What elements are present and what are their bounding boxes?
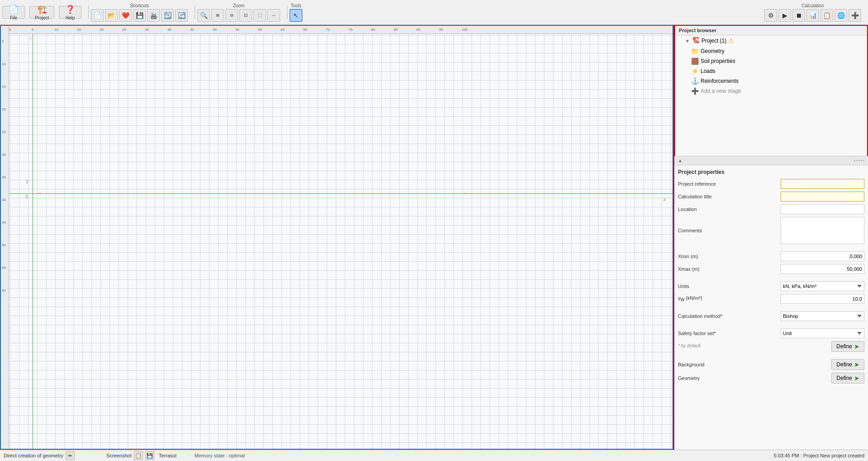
zoom-fit-button[interactable]: ⊡ [239, 9, 252, 22]
xmax-input[interactable] [781, 264, 864, 274]
redo-button[interactable]: ↪️ [175, 9, 188, 22]
calculation-method-select[interactable]: Bishop Fellenius Spencer [781, 311, 864, 321]
zoom-select-button[interactable]: ⬚ [253, 9, 266, 22]
calc-report-button[interactable]: 📋 [820, 9, 833, 22]
project-button[interactable]: 🏗️ Project [29, 6, 54, 19]
warning-icon: ⚠ [728, 37, 734, 44]
x-label: x [663, 197, 666, 202]
project-browser: Project browser ▼ 🏗 Project (1) ⚠ 📁 Geom… [674, 25, 868, 156]
cursor-tool-button[interactable]: ↖ [290, 9, 302, 22]
calculation-title-row: Calculation title [678, 192, 864, 202]
by-default-row: * by default Define ➤ [678, 341, 864, 352]
safety-factor-select[interactable]: Unit EC7 [781, 328, 864, 338]
calculation-title-label: Calculation title [678, 194, 781, 199]
define-geometry-button[interactable]: Define ➤ [831, 373, 864, 384]
project-reference-input[interactable] [781, 179, 864, 189]
screenshot-label: Screenshot [106, 453, 132, 458]
y-label: y [26, 179, 29, 184]
project-group: 🏗️ Project [29, 6, 54, 19]
define-background-arrow: ➤ [854, 361, 859, 368]
gamma-w-label: γw (kN/m³) [678, 295, 781, 303]
help-group: ❓ Help [59, 6, 81, 19]
separator-3 [287, 5, 287, 19]
print-button[interactable]: 🖨️ [147, 9, 160, 22]
add-stage-item[interactable]: ➕ Add a new stage [675, 86, 867, 96]
xmax-label: Xmax (m) [678, 266, 781, 272]
calc-settings-button[interactable]: ⚙ [764, 9, 777, 22]
calculation-title-input[interactable] [781, 192, 864, 202]
zoom-out-button[interactable]: ⊖ [225, 9, 238, 22]
right-panel: Project browser ▼ 🏗 Project (1) ⚠ 📁 Geom… [673, 25, 868, 450]
gamma-w-input[interactable] [781, 294, 864, 304]
favorite-button[interactable]: ❤️ [119, 9, 132, 22]
xmax-row: Xmax (m) [678, 264, 864, 274]
tools-icons: ↖ [290, 9, 302, 22]
calc-extra-button[interactable]: ➕ [849, 9, 861, 22]
time-status: 5:03:45 PM : Project New project created [773, 453, 864, 458]
zoom-window-button[interactable]: ⊕ [211, 9, 224, 22]
zoom-in-button[interactable]: 🔍 [197, 9, 210, 22]
open-button[interactable]: 📂 [105, 9, 118, 22]
memory-status: Memory state : optimal [195, 453, 245, 458]
zoom-icons: 🔍 ⊕ ⊖ ⊡ ⬚ ↔ [197, 9, 280, 22]
collapse-icon[interactable]: ▼ [684, 38, 691, 44]
loads-icon: ⚡ [691, 67, 699, 75]
shortcuts-icons: 📄 📂 ❤️ 💾 🖨️ ↩️ ↪️ [91, 9, 188, 22]
calculation-icons: ⚙ ▶ ⏹ 📊 📋 🌐 ➕ [764, 9, 861, 22]
units-select[interactable]: kN, kPa, kN/m³ [781, 281, 864, 291]
collapse-up-icon[interactable]: ▲ [678, 158, 682, 163]
loads-tree-item[interactable]: ⚡ Loads [675, 66, 867, 76]
xmin-input[interactable] [781, 251, 864, 261]
project-reference-row: Project reference [678, 179, 864, 189]
soil-properties-tree-item[interactable]: 🟫 Soil properties [675, 56, 867, 66]
calc-stop-button[interactable]: ⏹ [792, 9, 805, 22]
resize-dot-1 [854, 160, 855, 161]
by-default-note: * by default [678, 343, 831, 348]
location-label: Location [678, 206, 781, 212]
screenshot-save-icon[interactable]: 💾 [145, 451, 154, 460]
spacer-5 [678, 355, 864, 359]
save-button[interactable]: 💾 [133, 9, 146, 22]
origin-label: 0 [25, 194, 28, 199]
screenshot-section: Screenshot 📋 💾 [106, 451, 154, 460]
draw-tool-icon[interactable]: ✏ [66, 451, 75, 460]
define-geometry-label: Define [836, 375, 852, 381]
define-safety-button[interactable]: Define ➤ [831, 341, 864, 352]
resize-dot-2 [856, 160, 858, 161]
calc-run-button[interactable]: ▶ [778, 9, 791, 22]
resize-handle[interactable] [854, 160, 864, 161]
resize-dot-3 [858, 160, 860, 161]
safety-factor-row: Safety factor set* Unit EC7 [678, 328, 864, 338]
project-root-item[interactable]: ▼ 🏗 Project (1) ⚠ [675, 35, 867, 46]
zoom-move-button[interactable]: ↔ [267, 9, 280, 22]
ruler-vertical: 5 10 15 20 25 30 35 40 45 50 55 60 [1, 26, 9, 449]
calc-export-button[interactable]: 🌐 [835, 9, 847, 22]
calculation-group: Calculation ⚙ ▶ ⏹ 📊 📋 🌐 ➕ [764, 3, 861, 22]
location-input[interactable] [781, 204, 864, 214]
define-background-button[interactable]: Define ➤ [831, 359, 864, 370]
define-safety-label: Define [836, 343, 852, 350]
xmin-row: Xmin (m) [678, 251, 864, 261]
help-button[interactable]: ❓ Help [59, 6, 81, 19]
screenshot-copy-icon[interactable]: 📋 [134, 451, 143, 460]
bottom-bar: Direct creation of geometry ✏ Screenshot… [0, 450, 868, 461]
geometry-tree-item[interactable]: 📁 Geometry [675, 46, 867, 56]
geometry-row: Geometry Define ➤ [678, 373, 864, 384]
spacer-3 [678, 307, 864, 311]
comments-input[interactable] [781, 217, 864, 244]
project-browser-header: Project browser [675, 26, 867, 35]
undo-button[interactable]: ↩️ [161, 9, 174, 22]
canvas-area[interactable]: 0 5 10 15 20 25 30 35 40 45 50 55 60 65 … [0, 25, 673, 450]
calc-results-button[interactable]: 📊 [806, 9, 819, 22]
y-axis-arrow: ↑ [29, 36, 32, 41]
new-button[interactable]: 📄 [91, 9, 104, 22]
direct-creation-label: Direct creation of geometry [4, 453, 63, 458]
comments-label: Comments [678, 228, 781, 233]
file-button[interactable]: 📄 File [2, 6, 25, 19]
define-safety-arrow: ➤ [854, 343, 859, 350]
zoom-group: Zoom 🔍 ⊕ ⊖ ⊡ ⬚ ↔ [197, 3, 280, 22]
properties-title: Project properties [678, 169, 864, 175]
reinforcements-tree-item[interactable]: ⚓ Reinforcements [675, 76, 867, 86]
background-row: Background Define ➤ [678, 359, 864, 370]
y-axis-line [33, 34, 33, 449]
